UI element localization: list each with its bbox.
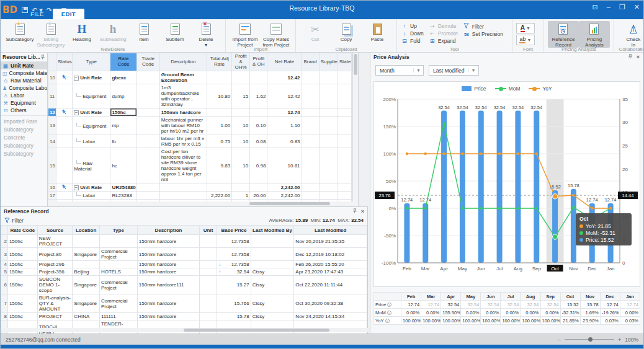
profit-oh-cell[interactable] [250,108,267,117]
ref-source-cell[interactable]: Project-356 [37,268,73,276]
grid-column-header-total-adj-rate[interactable]: Total Adj Rate [207,53,231,71]
ref-last-modified-cell[interactable]: Feb 26,2020 15:55:20 [294,261,367,268]
highlight-color-button[interactable]: ab▼ [516,35,535,45]
ref-type-cell[interactable]: HOTELS [99,268,137,276]
ref-column-header-location[interactable]: Location [73,226,100,235]
profit-oh-pct-cell[interactable]: 15 [232,84,250,108]
ref-description-cell[interactable]: 150mm hardcore [137,261,199,268]
brand-cell[interactable] [302,71,319,84]
ref-unit-cell[interactable] [199,276,217,294]
total-adj-rate-cell[interactable] [207,71,231,84]
import-from-button[interactable]: Import from Project [230,21,261,48]
profit-oh-cell[interactable]: 0.08 [250,135,267,148]
ref-location-cell[interactable]: Singapore [73,276,100,294]
brand-cell[interactable] [302,117,319,135]
ref-rate-code-cell[interactable]: 150hc [7,248,37,261]
ref-location-cell[interactable] [73,235,100,248]
profit-oh-pct-cell[interactable]: 10 [232,117,250,135]
net-rate-cell[interactable]: 2,242.00 [267,192,302,200]
trade-code-cell[interactable] [136,148,159,183]
ref-column-header-last-modified-by[interactable]: Last Modified By [251,226,294,235]
ref-base-price-cell[interactable]: ↑32.54 [217,268,251,276]
row-number[interactable]: 10 [48,71,56,84]
ref-source-cell[interactable]: Project-296 [37,261,73,268]
rate-code-cell[interactable]: gbexc [110,71,136,84]
trade-code-cell[interactable] [136,192,159,200]
ref-source-cell[interactable]: BUR-analysis-QTY & AMOUNT [37,294,73,313]
ref-modified-by-cell[interactable] [251,235,294,248]
grid-column-header-rate-code[interactable]: Rate Code [110,53,136,71]
expand-button[interactable]: ⊞Expand [429,38,458,44]
sidebar-subitem-concrete[interactable]: Concrete [1,133,47,141]
ref-unit-cell[interactable] [199,235,217,248]
profit-oh-pct-cell[interactable]: 10 [232,135,250,148]
info-icon[interactable]: i [387,311,391,315]
total-adj-rate-cell[interactable] [207,183,231,192]
profit-oh-cell[interactable] [250,183,267,192]
pin-icon[interactable] [352,208,357,213]
sidebar-subitem-subcategory[interactable]: Subcategory [1,141,47,149]
subcategory-button[interactable]: +Subcategory [4,21,35,42]
ref-last-modified-cell[interactable]: Dec 12,2019 10:18:02 [294,248,367,261]
ref-description-cell[interactable]: 150mm hardcore [137,313,199,320]
feedback-icon[interactable]: ⊡ [593,3,598,11]
trade-code-cell[interactable] [136,84,159,108]
sidebar-item-composite-material[interactable]: ◫Composite Material [1,69,47,77]
paste-button[interactable]: Paste [362,21,393,42]
grid-column-header-type[interactable]: Type [73,53,110,71]
grid-vertical-scrollbar[interactable] [353,53,359,206]
grid-column-header-status[interactable]: Status [56,53,73,71]
net-rate-cell[interactable]: 10.81 [267,148,302,183]
ref-unit-cell[interactable] [199,313,217,320]
legend-item-yoy[interactable]: YoY [529,86,552,92]
state-cell[interactable] [338,148,351,183]
ref-last-modified-cell[interactable]: Apr 23,2020 17:47:43 [294,268,367,276]
sidebar-subitem-subcategory[interactable]: Subcategory [1,149,47,157]
ref-base-price-cell[interactable]: 15.27 [217,276,251,294]
item-button[interactable]: Item [128,21,159,42]
ref-unit-cell[interactable] [199,268,217,276]
brand-cell[interactable] [302,192,319,200]
net-rate-cell[interactable]: 2,242.00 [267,183,302,192]
ref-last-modified-cell[interactable]: Oct 30,2020 09:32:38 [294,294,367,313]
grid-horizontal-scrollbar[interactable] [48,201,353,206]
reference-button[interactable]: ◷Reference Record [548,21,579,48]
net-rate-cell[interactable]: 1.10 [267,117,302,135]
maximize-icon[interactable]: ❐ [619,3,625,11]
supplier-cell[interactable] [319,108,338,117]
state-cell[interactable] [338,71,351,84]
row-number[interactable]: 12 [48,108,56,117]
total-adj-rate-cell[interactable]: 0.75 [207,135,231,148]
state-cell[interactable] [338,108,351,117]
zoom-slider[interactable] [565,339,614,340]
description-cell[interactable] [159,192,207,200]
trade-code-cell[interactable] [136,117,159,135]
total-adj-rate-cell[interactable]: 1.00 [207,117,231,135]
grid-column-header-profit-oh[interactable]: Profit & OH [250,53,267,71]
ref-base-price-cell[interactable]: ↓12.7358 [217,261,251,268]
trade-code-cell[interactable] [136,71,159,84]
state-cell[interactable] [338,192,351,200]
profit-oh-pct-cell[interactable] [232,71,250,84]
info-icon[interactable]: i [387,303,391,307]
net-rate-cell[interactable]: 12.74 [267,108,302,117]
sidebar-item-unit-rate[interactable]: ▦Unit Rate [1,62,47,69]
ref-rate-code-cell[interactable]: 150hc [7,235,37,248]
subheading-button[interactable]: hSubheading [97,21,128,42]
ref-type-cell[interactable]: Commercial Project [99,294,137,313]
profit-oh-cell[interactable]: 1.62 [250,84,267,108]
description-cell[interactable]: labour 1hr per m3 x RM5 per hr x 0.15 [159,135,207,148]
rate-code-cell[interactable]: RL23288 [110,192,136,200]
ref-source-cell[interactable]: SUBCON DEMO 1-scop1 [37,276,73,294]
down-button[interactable]: ↓Down [401,30,424,37]
grid-column-header-state[interactable]: State [338,53,351,71]
sidebar-subitem-imported-rate[interactable]: Imported Rate [1,117,47,125]
info-icon[interactable]: i [385,319,390,323]
trade-code-cell[interactable] [136,108,159,117]
profit-oh-pct-cell[interactable]: 1 [232,192,250,200]
type-cell[interactable]: −Unit Rate [73,183,110,192]
grid-column-header-trade-code[interactable]: Trade Code [136,53,159,71]
ref-unit-cell[interactable] [199,294,217,313]
grid-column-header-description[interactable]: Description [159,53,207,71]
collapse-icon[interactable]: − [74,110,79,115]
